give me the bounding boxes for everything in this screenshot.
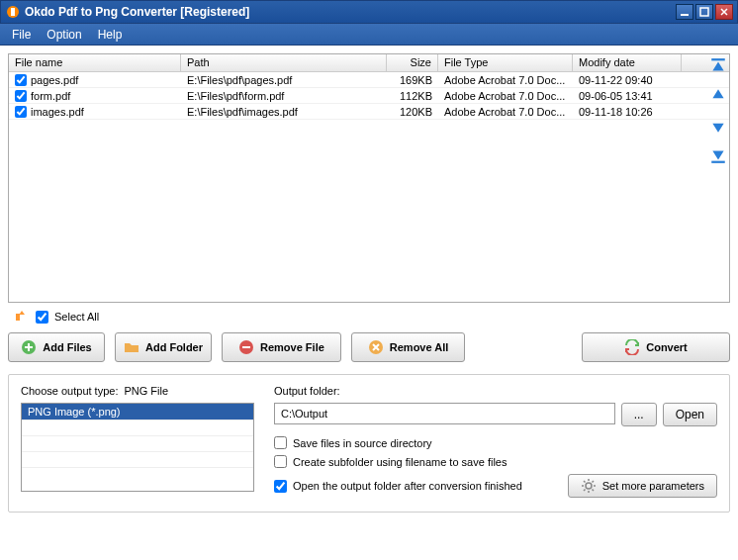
app-logo-icon (5, 4, 21, 20)
file-table: File name Path Size File Type Modify dat… (8, 53, 730, 303)
file-type: Adobe Acrobat 7.0 Doc... (438, 74, 573, 86)
folder-icon (124, 339, 139, 355)
convert-icon (624, 339, 640, 355)
reorder-arrows (706, 57, 730, 164)
folder-up-icon[interactable] (14, 309, 30, 325)
output-type-option[interactable]: PNG Image (*.png) (22, 404, 253, 420)
file-size: 169KB (387, 74, 438, 86)
output-folder-label: Output folder: (274, 385, 717, 397)
output-type-current: PNG File (124, 385, 168, 397)
open-after-checkbox[interactable] (274, 480, 287, 493)
output-type-list[interactable]: PNG Image (*.png) (21, 403, 254, 492)
close-button[interactable] (715, 4, 733, 20)
open-after-label: Open the output folder after conversion … (293, 480, 522, 492)
move-down-icon[interactable] (709, 117, 727, 135)
svg-rect-2 (681, 14, 689, 16)
window-title: Okdo Pdf to Png Converter [Registered] (25, 5, 674, 19)
file-path: E:\Files\pdf\form.pdf (181, 90, 387, 102)
convert-button[interactable]: Convert (582, 332, 730, 362)
table-row[interactable]: pages.pdfE:\Files\pdf\pages.pdf169KBAdob… (9, 72, 729, 88)
file-type: Adobe Acrobat 7.0 Doc... (438, 106, 573, 118)
create-subfolder-label: Create subfolder using filename to save … (293, 456, 507, 468)
save-in-source-checkbox[interactable] (274, 436, 287, 449)
title-bar: Okdo Pdf to Png Converter [Registered] (0, 0, 738, 24)
add-files-button[interactable]: Add Files (8, 332, 105, 362)
remove-file-button[interactable]: Remove File (222, 332, 341, 362)
file-row-checkbox[interactable] (15, 90, 27, 102)
file-size: 120KB (387, 106, 438, 118)
table-row[interactable]: form.pdfE:\Files\pdf\form.pdf112KBAdobe … (9, 88, 729, 104)
menu-option[interactable]: Option (39, 28, 89, 42)
output-type-label: Choose output type: (21, 385, 118, 397)
file-row-checkbox[interactable] (15, 74, 27, 86)
table-header: File name Path Size File Type Modify dat… (9, 54, 729, 72)
file-size: 112KB (387, 90, 438, 102)
file-name: images.pdf (31, 106, 84, 118)
column-header-size[interactable]: Size (387, 54, 438, 71)
select-all-label: Select All (54, 311, 99, 323)
open-folder-button[interactable]: Open (663, 403, 717, 426)
set-more-parameters-button[interactable]: Set more parameters (568, 474, 717, 498)
remove-all-icon (368, 339, 384, 355)
svg-rect-5 (711, 161, 725, 163)
svg-rect-4 (711, 58, 725, 60)
output-folder-input[interactable] (274, 403, 615, 424)
remove-all-button[interactable]: Remove All (351, 332, 466, 362)
svg-rect-1 (11, 8, 15, 16)
file-type: Adobe Acrobat 7.0 Doc... (438, 90, 573, 102)
file-date: 09-11-22 09:40 (573, 74, 682, 86)
svg-point-10 (586, 483, 592, 489)
menu-help[interactable]: Help (90, 28, 131, 42)
save-in-source-label: Save files in source directory (293, 437, 432, 449)
menu-file[interactable]: File (4, 28, 39, 42)
column-header-name[interactable]: File name (9, 54, 181, 71)
menu-bar: File Option Help (0, 24, 738, 46)
move-bottom-icon[interactable] (709, 146, 727, 164)
minimize-button[interactable] (676, 4, 693, 20)
plus-icon (21, 339, 37, 355)
file-path: E:\Files\pdf\pages.pdf (181, 74, 387, 86)
svg-rect-3 (700, 8, 708, 16)
column-header-date[interactable]: Modify date (573, 54, 682, 71)
file-date: 09-11-18 10:26 (573, 106, 682, 118)
output-panel: Choose output type: PNG File PNG Image (… (8, 374, 730, 513)
maximize-button[interactable] (695, 4, 713, 20)
file-row-checkbox[interactable] (15, 106, 27, 118)
file-path: E:\Files\pdf\images.pdf (181, 106, 387, 118)
move-top-icon[interactable] (709, 57, 727, 75)
file-name: pages.pdf (31, 74, 78, 86)
gear-icon (581, 478, 597, 494)
minus-icon (238, 339, 254, 355)
file-date: 09-06-05 13:41 (573, 90, 682, 102)
move-up-icon[interactable] (709, 87, 727, 105)
add-folder-button[interactable]: Add Folder (115, 332, 212, 362)
column-header-path[interactable]: Path (181, 54, 387, 71)
select-all-checkbox[interactable] (36, 311, 48, 324)
file-name: form.pdf (31, 90, 70, 102)
column-header-type[interactable]: File Type (438, 54, 573, 71)
svg-rect-8 (242, 346, 250, 348)
create-subfolder-checkbox[interactable] (274, 455, 287, 468)
browse-button[interactable]: ... (621, 403, 657, 426)
table-row[interactable]: images.pdfE:\Files\pdf\images.pdf120KBAd… (9, 104, 729, 120)
